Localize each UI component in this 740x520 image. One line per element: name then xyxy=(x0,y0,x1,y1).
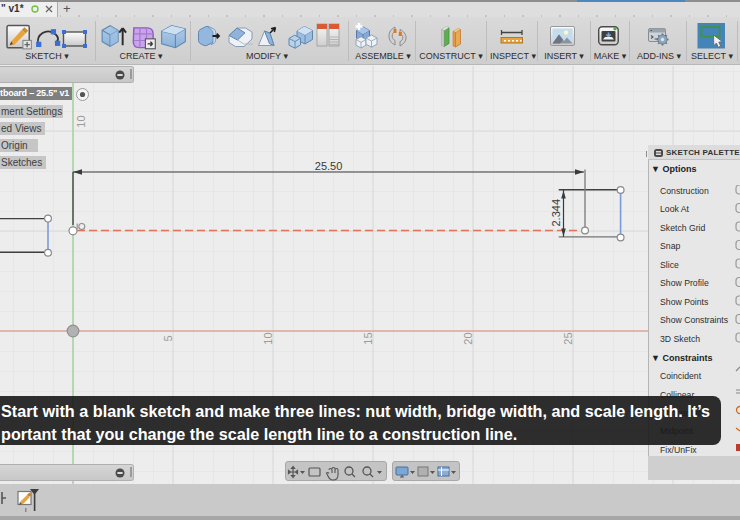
svg-text:25: 25 xyxy=(562,332,574,344)
svg-text:20: 20 xyxy=(462,332,474,344)
svg-text:5: 5 xyxy=(162,335,174,341)
svg-text:15: 15 xyxy=(362,332,374,344)
svg-text:10: 10 xyxy=(262,332,274,344)
svg-text:2.344: 2.344 xyxy=(550,199,562,227)
svg-text:10: 10 xyxy=(75,115,87,127)
svg-text:25.50: 25.50 xyxy=(315,160,343,172)
